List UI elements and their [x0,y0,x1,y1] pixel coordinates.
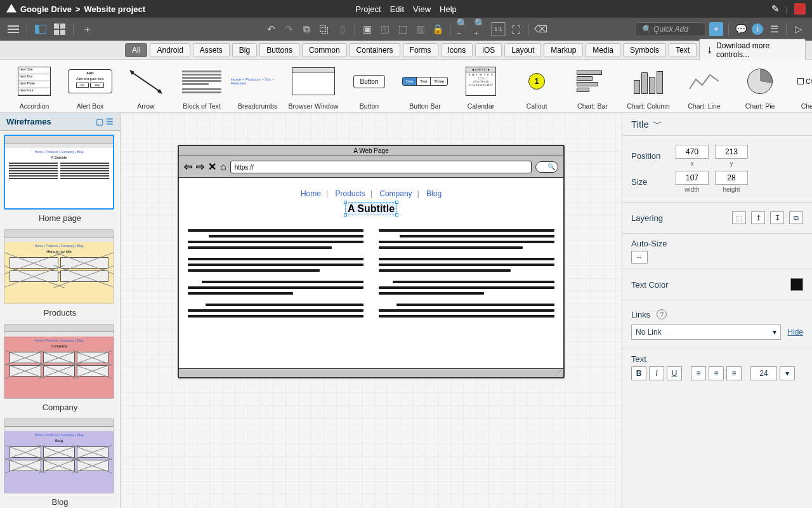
google-drive-icon [6,4,16,14]
wireframes-list: Home | Products | Company | Blog A Subti… [0,131,120,508]
zoom-in-icon[interactable]: 🔍⁺ [474,22,488,36]
chevron-down-icon[interactable]: ﹀ [653,118,662,130]
undo-icon[interactable]: ↶ [265,22,278,36]
tab-text[interactable]: Text [669,43,697,57]
align-right-button[interactable]: ≡ [726,366,742,380]
palette-accordion[interactable]: Item One Item Two Item Three Item Four A… [6,60,62,112]
tab-containers[interactable]: Containers [350,43,400,57]
ungroup-icon[interactable]: ◫ [378,22,392,36]
hide-link[interactable]: Hide [787,328,803,337]
bring-to-front-icon[interactable]: ↥ [751,211,765,224]
quick-add-button[interactable]: ✦ [709,22,723,36]
tab-assets[interactable]: Assets [193,43,230,57]
group-icon[interactable]: ▣ [360,22,374,36]
zoom-out-icon[interactable]: 🔍⁻ [456,22,470,36]
wireframe-products[interactable]: Home | Products | Company | Blog Here is… [4,229,116,318]
help-icon[interactable]: ? [657,309,667,319]
hamburger-icon[interactable] [6,22,20,36]
browser-mockup[interactable]: A Web Page ⇦ ⇨ ✕ ⌂ https:// 🔍 Home| Prod… [178,145,565,378]
inspector-title: Title [631,119,649,130]
tab-android[interactable]: Android [150,43,190,57]
redo-icon[interactable]: ↷ [282,22,296,36]
pos-x-input[interactable] [676,145,709,159]
quick-add-input[interactable]: 🔍 Quick Add [636,22,705,36]
width-input[interactable] [676,171,709,185]
align-center-button[interactable]: ≡ [709,366,724,380]
tab-big[interactable]: Big [232,43,257,57]
palette-chart-line[interactable]: Chart: Line [676,60,732,112]
textcolor-swatch[interactable] [790,278,803,291]
paste-icon[interactable]: ⿻ [318,22,332,36]
tab-layout[interactable]: Layout [504,43,541,57]
align-icon[interactable]: ▥ [414,22,428,36]
fullscreen-icon[interactable]: ⛶ [509,22,523,36]
grid-view-icon[interactable] [53,22,67,36]
tab-forms[interactable]: Forms [403,43,438,57]
link-select[interactable]: No Link▾ [631,324,781,340]
panel-view-icon[interactable]: ▢ [96,117,103,126]
palette-chart-pie[interactable]: Chart: Pie [732,60,788,112]
breadcrumb-project[interactable]: Website project [84,4,146,14]
canvas[interactable]: A Web Page ⇦ ⇨ ✕ ⌂ https:// 🔍 Home| Prod… [121,113,622,508]
lock-icon[interactable]: 🔒 [431,22,445,36]
align-left-button[interactable]: ≡ [691,366,706,380]
wireframe-home[interactable]: Home | Products | Company | Blog A Subti… [4,135,116,223]
send-backward-icon[interactable]: ↧ [770,211,784,224]
user-avatar[interactable] [794,3,806,15]
panel-list-icon[interactable]: ☰ [106,117,114,126]
palette-arrow[interactable]: Arrow [118,60,174,112]
italic-button[interactable]: I [649,366,664,380]
bold-button[interactable]: B [631,366,646,380]
wireframe-blog[interactable]: Home | Products | Company | Blog Blog Bl… [4,418,116,507]
breadcrumb-root[interactable]: Google Drive [20,4,72,14]
fontsize-dropdown[interactable]: ▾ [780,366,795,380]
doc-icon[interactable]: ▯ [336,22,350,36]
tab-markup[interactable]: Markup [544,43,583,57]
zoom-reset-icon[interactable]: 1:1 [492,22,506,36]
sidebar-view-icon[interactable] [34,22,48,36]
palette-alert[interactable]: Alert Alert text goes here No Yes Alert … [62,60,118,112]
play-icon[interactable]: ▷ [792,22,806,36]
tab-media[interactable]: Media [586,43,620,57]
selected-subtitle[interactable]: A Subtitle [188,203,554,215]
palette-blocktext[interactable]: Block of Text [174,60,230,112]
tab-common[interactable]: Common [302,43,347,57]
fontsize-input[interactable]: 24 [750,366,777,380]
palette-callout[interactable]: 1 Callout [509,60,565,112]
height-input[interactable] [715,171,748,185]
palette-breadcrumbs[interactable]: Home > Products > Xyz > Features Breadcr… [230,60,285,112]
tab-ios[interactable]: iOS [475,43,502,57]
bring-front-icon[interactable]: ⬚ [396,22,410,36]
add-icon[interactable]: ＋ [80,22,94,36]
pos-y-input[interactable] [715,145,748,159]
palette-checkbox[interactable]: Checkbox Checkbox [788,60,812,112]
wireframe-company[interactable]: Home | Products | Company | Blog Company… [4,324,116,412]
palette-chart-bar[interactable]: Chart: Bar [565,60,620,112]
menu-project[interactable]: Project [355,4,381,14]
menu-edit[interactable]: Edit [390,4,404,14]
chevron-down-icon: ▾ [773,328,776,337]
palette-button[interactable]: Button Button [341,60,397,112]
autosize-label: Auto-Size [631,239,803,248]
comments-icon[interactable]: 💬 [734,22,748,36]
notes-icon[interactable]: ☰ [767,22,781,36]
tab-all[interactable]: All [125,43,147,57]
download-more-button[interactable]: ⭳ Download more controls... [699,39,806,62]
delete-icon[interactable]: ⌫ [534,22,548,36]
palette-calendar[interactable]: ◀ JUNE 2017 ▶ S M T W T F S 1 2 3 4 5 6 … [453,60,509,112]
bring-forward-icon[interactable]: ⬚ [732,211,746,224]
info-icon[interactable]: i [752,23,763,35]
tab-symbols[interactable]: Symbols [623,43,666,57]
copy-icon[interactable]: ⧉ [300,22,314,36]
menu-help[interactable]: Help [440,4,457,14]
palette-chart-column[interactable]: Chart: Column [620,60,676,112]
send-to-back-icon[interactable]: ⧉ [789,211,803,224]
edit-name-icon[interactable]: ✎ [771,3,780,15]
autosize-button[interactable]: ↔ [631,251,648,264]
palette-buttonbar[interactable]: One Two Three Button Bar [397,60,453,112]
underline-button[interactable]: U [667,366,682,380]
tab-buttons[interactable]: Buttons [259,43,299,57]
tab-icons[interactable]: Icons [441,43,473,57]
palette-browser[interactable]: Browser Window [285,60,341,112]
menu-view[interactable]: View [413,4,431,14]
